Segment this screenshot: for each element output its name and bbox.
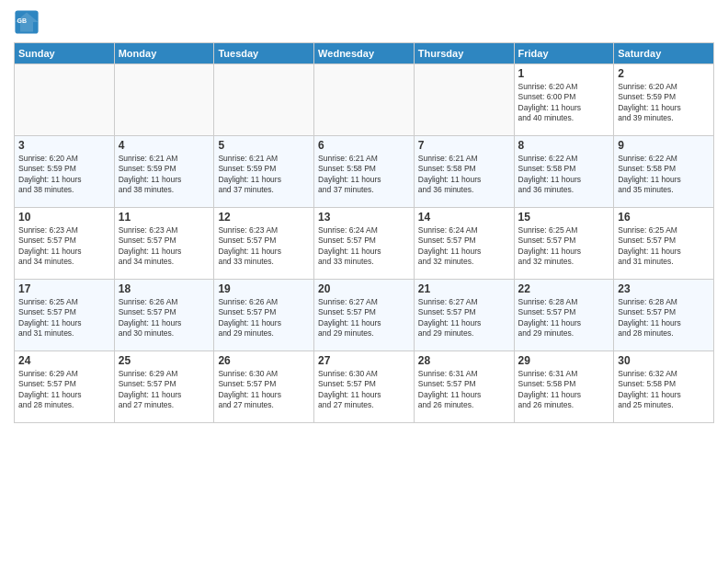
svg-text:GB: GB [17,17,28,24]
day-info: Sunrise: 6:22 AM Sunset: 5:58 PM Dayligh… [518,154,610,196]
day-number: 9 [618,139,710,152]
calendar-day-header: Thursday [414,43,514,64]
calendar-week-row: 17Sunrise: 6:25 AM Sunset: 5:57 PM Dayli… [15,280,714,351]
calendar-cell: 21Sunrise: 6:27 AM Sunset: 5:57 PM Dayli… [414,280,514,351]
calendar-cell [114,64,214,136]
day-info: Sunrise: 6:21 AM Sunset: 5:58 PM Dayligh… [318,154,410,196]
calendar-week-row: 10Sunrise: 6:23 AM Sunset: 5:57 PM Dayli… [15,208,714,280]
day-number: 14 [418,211,510,224]
day-info: Sunrise: 6:20 AM Sunset: 5:59 PM Dayligh… [618,82,710,124]
calendar-cell: 26Sunrise: 6:30 AM Sunset: 5:57 PM Dayli… [214,351,314,423]
calendar-cell: 4Sunrise: 6:21 AM Sunset: 5:59 PM Daylig… [114,136,214,208]
calendar-cell: 27Sunrise: 6:30 AM Sunset: 5:57 PM Dayli… [314,351,415,423]
calendar-cell [414,64,514,136]
calendar-header-row: SundayMondayTuesdayWednesdayThursdayFrid… [15,43,714,64]
day-number: 1 [518,67,610,80]
calendar-cell: 13Sunrise: 6:24 AM Sunset: 5:57 PM Dayli… [314,208,415,280]
day-info: Sunrise: 6:21 AM Sunset: 5:58 PM Dayligh… [418,154,510,196]
calendar-cell: 1Sunrise: 6:20 AM Sunset: 6:00 PM Daylig… [514,64,614,136]
calendar-cell: 19Sunrise: 6:26 AM Sunset: 5:57 PM Dayli… [214,280,314,351]
day-number: 11 [119,211,210,224]
calendar-cell: 28Sunrise: 6:31 AM Sunset: 5:57 PM Dayli… [414,351,514,423]
calendar-cell: 24Sunrise: 6:29 AM Sunset: 5:57 PM Dayli… [15,351,115,423]
day-number: 29 [518,354,610,367]
calendar-cell: 12Sunrise: 6:23 AM Sunset: 5:57 PM Dayli… [214,208,314,280]
calendar-cell: 7Sunrise: 6:21 AM Sunset: 5:58 PM Daylig… [414,136,514,208]
day-info: Sunrise: 6:24 AM Sunset: 5:57 PM Dayligh… [318,225,410,268]
day-info: Sunrise: 6:27 AM Sunset: 5:57 PM Dayligh… [418,297,510,339]
day-number: 4 [119,139,210,152]
day-info: Sunrise: 6:23 AM Sunset: 5:57 PM Dayligh… [218,225,310,268]
day-number: 21 [418,282,510,295]
calendar-cell: 9Sunrise: 6:22 AM Sunset: 5:58 PM Daylig… [614,136,714,208]
calendar-week-row: 24Sunrise: 6:29 AM Sunset: 5:57 PM Dayli… [15,351,714,423]
page-container: GB SundayMondayTuesdayWednesdayThursdayF… [0,0,728,432]
day-number: 7 [418,139,510,152]
calendar-cell [214,64,314,136]
day-info: Sunrise: 6:29 AM Sunset: 5:57 PM Dayligh… [119,369,210,411]
day-info: Sunrise: 6:23 AM Sunset: 5:57 PM Dayligh… [119,225,210,268]
day-number: 15 [518,211,610,224]
day-info: Sunrise: 6:31 AM Sunset: 5:58 PM Dayligh… [518,369,610,411]
day-info: Sunrise: 6:21 AM Sunset: 5:59 PM Dayligh… [119,154,210,196]
day-number: 10 [18,211,110,224]
calendar-cell: 16Sunrise: 6:25 AM Sunset: 5:57 PM Dayli… [614,208,714,280]
day-number: 26 [218,354,310,367]
calendar-cell: 30Sunrise: 6:32 AM Sunset: 5:58 PM Dayli… [614,351,714,423]
calendar-table: SundayMondayTuesdayWednesdayThursdayFrid… [14,42,714,423]
calendar-day-header: Wednesday [314,43,415,64]
calendar-day-header: Friday [514,43,614,64]
day-info: Sunrise: 6:30 AM Sunset: 5:57 PM Dayligh… [218,369,310,411]
day-info: Sunrise: 6:21 AM Sunset: 5:59 PM Dayligh… [218,154,310,196]
calendar-cell: 15Sunrise: 6:25 AM Sunset: 5:57 PM Dayli… [514,208,614,280]
day-info: Sunrise: 6:24 AM Sunset: 5:57 PM Dayligh… [418,225,510,268]
calendar-cell: 18Sunrise: 6:26 AM Sunset: 5:57 PM Dayli… [114,280,214,351]
day-info: Sunrise: 6:22 AM Sunset: 5:58 PM Dayligh… [618,154,710,196]
day-info: Sunrise: 6:28 AM Sunset: 5:57 PM Dayligh… [518,297,610,339]
calendar-week-row: 3Sunrise: 6:20 AM Sunset: 5:59 PM Daylig… [15,136,714,208]
calendar-cell: 25Sunrise: 6:29 AM Sunset: 5:57 PM Dayli… [114,351,214,423]
day-number: 22 [518,282,610,295]
day-number: 20 [318,282,410,295]
day-info: Sunrise: 6:20 AM Sunset: 5:59 PM Dayligh… [18,154,110,196]
calendar-cell: 2Sunrise: 6:20 AM Sunset: 5:59 PM Daylig… [614,64,714,136]
calendar-day-header: Monday [114,43,214,64]
calendar-cell: 8Sunrise: 6:22 AM Sunset: 5:58 PM Daylig… [514,136,614,208]
page-header: GB [14,9,714,35]
calendar-cell: 5Sunrise: 6:21 AM Sunset: 5:59 PM Daylig… [214,136,314,208]
day-number: 24 [18,354,110,367]
calendar-cell [314,64,415,136]
day-info: Sunrise: 6:25 AM Sunset: 5:57 PM Dayligh… [18,297,110,339]
day-number: 18 [119,282,210,295]
day-info: Sunrise: 6:31 AM Sunset: 5:57 PM Dayligh… [418,369,510,411]
day-number: 27 [318,354,410,367]
day-number: 13 [318,211,410,224]
day-number: 6 [318,139,410,152]
day-info: Sunrise: 6:27 AM Sunset: 5:57 PM Dayligh… [318,297,410,339]
day-info: Sunrise: 6:30 AM Sunset: 5:57 PM Dayligh… [318,369,410,411]
calendar-cell: 20Sunrise: 6:27 AM Sunset: 5:57 PM Dayli… [314,280,415,351]
calendar-cell: 22Sunrise: 6:28 AM Sunset: 5:57 PM Dayli… [514,280,614,351]
day-info: Sunrise: 6:23 AM Sunset: 5:57 PM Dayligh… [18,225,110,268]
calendar-cell: 10Sunrise: 6:23 AM Sunset: 5:57 PM Dayli… [15,208,115,280]
calendar-day-header: Tuesday [214,43,314,64]
calendar-cell: 23Sunrise: 6:28 AM Sunset: 5:57 PM Dayli… [614,280,714,351]
day-number: 16 [618,211,710,224]
day-number: 3 [18,139,110,152]
calendar-body: 1Sunrise: 6:20 AM Sunset: 6:00 PM Daylig… [15,64,714,423]
calendar-cell: 14Sunrise: 6:24 AM Sunset: 5:57 PM Dayli… [414,208,514,280]
day-number: 30 [618,354,710,367]
day-number: 2 [618,67,710,80]
day-info: Sunrise: 6:28 AM Sunset: 5:57 PM Dayligh… [618,297,710,339]
day-info: Sunrise: 6:25 AM Sunset: 5:57 PM Dayligh… [518,225,610,268]
calendar-cell: 11Sunrise: 6:23 AM Sunset: 5:57 PM Dayli… [114,208,214,280]
calendar-day-header: Sunday [15,43,115,64]
day-info: Sunrise: 6:32 AM Sunset: 5:58 PM Dayligh… [618,369,710,411]
calendar-cell: 3Sunrise: 6:20 AM Sunset: 5:59 PM Daylig… [15,136,115,208]
day-number: 23 [618,282,710,295]
day-info: Sunrise: 6:20 AM Sunset: 6:00 PM Dayligh… [518,82,610,124]
calendar-cell [15,64,115,136]
calendar-week-row: 1Sunrise: 6:20 AM Sunset: 6:00 PM Daylig… [15,64,714,136]
day-number: 28 [418,354,510,367]
day-number: 19 [218,282,310,295]
